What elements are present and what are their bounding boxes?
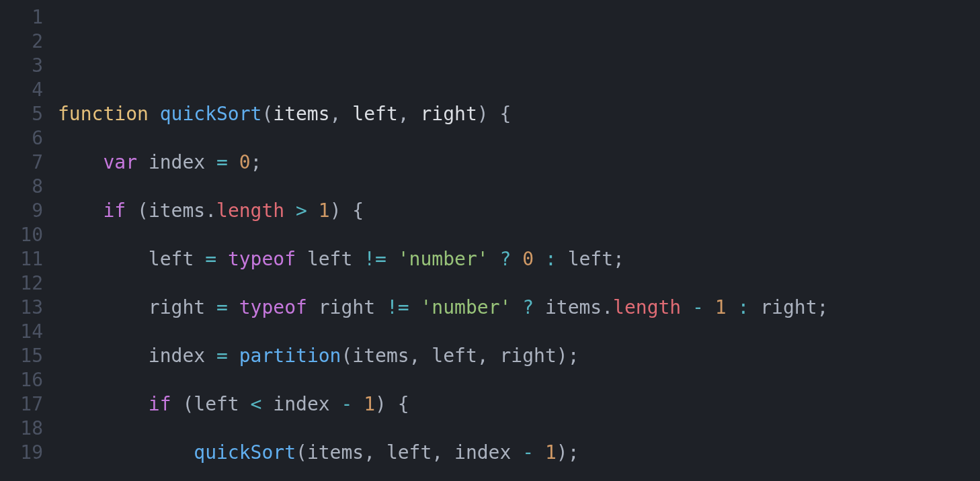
code-line[interactable]: left = typeof left != 'number' ? 0 : lef… — [58, 247, 980, 271]
line-number: 5 — [0, 102, 43, 126]
line-number: 17 — [0, 392, 43, 417]
code-line[interactable]: if (left < index - 1) { — [58, 392, 980, 417]
line-number: 8 — [0, 175, 43, 199]
line-number: 11 — [0, 247, 43, 271]
code-line[interactable]: if (items.length > 1) { — [58, 199, 980, 223]
line-number-gutter: 1 2 3 4 5 6 7 8 9 10 11 12 13 14 15 16 1… — [0, 5, 55, 481]
code-line[interactable]: function quickSort(items, left, right) { — [58, 102, 980, 126]
code-line[interactable]: right = typeof right != 'number' ? items… — [58, 296, 980, 320]
code-line[interactable] — [58, 54, 980, 78]
line-number: 13 — [0, 296, 43, 320]
code-line[interactable]: index = partition(items, left, right); — [58, 344, 980, 368]
code-line[interactable]: quickSort(items, left, index - 1); — [58, 441, 980, 465]
line-number: 15 — [0, 344, 43, 368]
code-content[interactable]: function quickSort(items, left, right) {… — [55, 5, 980, 481]
line-number: 9 — [0, 199, 43, 223]
line-number: 3 — [0, 54, 43, 78]
line-number: 7 — [0, 150, 43, 175]
line-number: 1 — [0, 5, 43, 30]
line-number: 4 — [0, 78, 43, 102]
line-number: 14 — [0, 320, 43, 344]
line-number: 16 — [0, 368, 43, 392]
code-line[interactable]: var index = 0; — [58, 150, 980, 175]
line-number: 18 — [0, 417, 43, 441]
code-editor[interactable]: 1 2 3 4 5 6 7 8 9 10 11 12 13 14 15 16 1… — [0, 0, 980, 481]
line-number: 19 — [0, 441, 43, 465]
line-number: 6 — [0, 126, 43, 150]
line-number: 12 — [0, 271, 43, 296]
line-number: 10 — [0, 223, 43, 247]
line-number: 2 — [0, 30, 43, 54]
